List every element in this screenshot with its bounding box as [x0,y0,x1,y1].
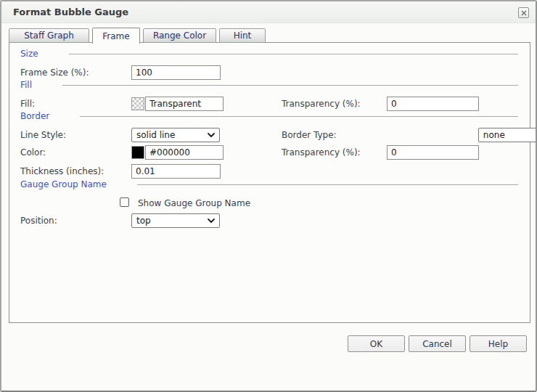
section-divider [62,85,518,86]
border-color-swatch[interactable] [131,146,144,159]
gauge-group-section-header: Gauge Group Name [20,179,518,190]
border-transparency-input[interactable] [387,145,479,160]
show-gauge-group-row: Show Gauge Group Name [9,197,530,213]
fill-value-input[interactable] [145,97,224,111]
tab-staff-graph[interactable]: Staff Graph [9,28,89,43]
frame-size-label: Frame Size (%): [20,68,89,78]
size-section-label: Size [20,49,38,59]
help-button[interactable]: Help [470,335,527,352]
border-section-label: Border [20,111,49,121]
fill-section-label: Fill [20,80,32,90]
position-label: Position: [20,216,57,226]
border-color-label: Color: [20,147,46,158]
thickness-row: Thickness (inches): [9,164,530,180]
position-row: Position: top [9,213,530,229]
border-transparency-label: Transparency (%): [282,147,361,158]
close-icon [521,10,527,16]
position-select[interactable]: top [131,213,220,228]
tab-range-color-label: Range Color [153,30,206,41]
cancel-button-label: Cancel [422,339,452,349]
border-type-selected-value: none [483,130,537,140]
fill-swatch[interactable] [131,97,144,110]
frame-size-input[interactable] [131,65,221,80]
chevron-down-icon [208,219,215,223]
border-section-header: Border [20,110,518,122]
line-style-label: Line Style: [20,130,66,140]
cancel-button[interactable]: Cancel [409,335,466,352]
tab-hint-label: Hint [234,30,252,41]
line-style-row: Line Style: solid line Border Type: none [9,128,530,144]
position-selected-value: top [136,216,205,226]
size-section-header: Size [20,48,518,60]
section-divider [80,116,518,117]
border-type-label: Border Type: [282,130,337,140]
line-style-select[interactable]: solid line [131,128,220,142]
line-style-selected-value: solid line [136,130,205,140]
tab-frame-label: Frame [102,31,129,41]
fill-transparency-label: Transparency (%): [282,99,361,109]
tab-bar: Staff Graph Frame Range Color Hint [9,28,266,43]
tab-staff-graph-label: Staff Graph [24,30,74,41]
section-divider [137,184,518,185]
fill-section-header: Fill [20,79,518,91]
ok-button[interactable]: OK [348,335,405,352]
frame-tab-panel: Size Frame Size (%): Fill Fill: Transpar… [9,42,530,323]
dialog-footer: OK Cancel Help [1,335,527,352]
format-bubble-gauge-dialog: Format Bubble Gauge Staff Graph Frame Ra… [0,0,537,392]
tab-hint[interactable]: Hint [219,28,266,43]
help-button-label: Help [488,339,508,349]
tab-frame[interactable]: Frame [92,28,140,44]
border-color-row: Color: Transparency (%): [9,145,530,161]
chevron-down-icon [208,133,215,137]
fill-transparency-input[interactable] [387,97,479,111]
section-divider [69,54,518,54]
fill-label: Fill: [20,99,35,109]
tab-range-color[interactable]: Range Color [143,28,216,43]
gauge-group-section-label: Gauge Group Name [20,179,107,189]
show-gauge-group-checkbox[interactable] [120,197,129,207]
border-type-select[interactable]: none [478,128,537,142]
close-button[interactable] [518,7,529,18]
thickness-input[interactable] [131,164,221,179]
show-gauge-group-label: Show Gauge Group Name [138,198,250,208]
border-color-input[interactable] [145,145,224,160]
dialog-titlebar: Format Bubble Gauge [1,1,536,23]
ok-button-label: OK [370,339,382,349]
thickness-label: Thickness (inches): [20,166,104,176]
dialog-title: Format Bubble Gauge [13,7,128,17]
